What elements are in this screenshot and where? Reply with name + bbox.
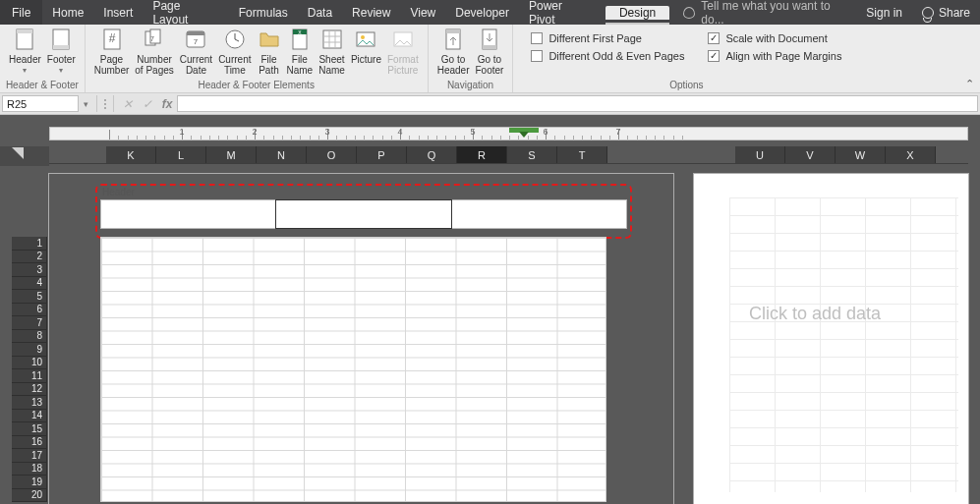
row-header[interactable]: 8 <box>12 330 47 344</box>
tab-pagelayout[interactable]: Page Layout <box>143 0 228 25</box>
column-header[interactable]: V <box>785 146 836 163</box>
row-header[interactable]: 16 <box>12 436 47 450</box>
enter-formula-button[interactable]: ✓ <box>138 93 157 114</box>
file-path-button[interactable]: File Path <box>255 28 284 76</box>
column-header[interactable]: O <box>307 146 357 163</box>
tab-view[interactable]: View <box>400 0 445 25</box>
ribbon: Header ▾ Footer ▾ Header & Footer # Page… <box>0 25 980 93</box>
horizontal-ruler[interactable]: 1234567 <box>49 127 968 140</box>
row-header[interactable]: 7 <box>12 316 47 330</box>
svg-rect-3 <box>53 45 69 49</box>
right-pane: Click to add data <box>694 174 968 504</box>
formula-bar[interactable] <box>177 95 978 112</box>
svg-rect-18 <box>323 30 341 48</box>
row-header[interactable]: 6 <box>12 304 47 317</box>
goto-header-button[interactable]: Go to Header <box>434 28 473 76</box>
column-header[interactable]: U <box>735 146 785 163</box>
tellme-search[interactable]: Tell me what you want to do... <box>683 0 856 25</box>
file-name-button[interactable]: X File Name <box>284 28 317 76</box>
column-header[interactable]: S <box>507 146 557 163</box>
row-header[interactable]: 1 <box>12 237 47 251</box>
cancel-formula-button[interactable]: ✕ <box>118 93 138 114</box>
column-header[interactable]: L <box>156 146 206 163</box>
number-of-pages-button[interactable]: 7 Number of Pages <box>132 28 176 76</box>
header-button[interactable]: Header ▾ <box>6 28 44 76</box>
tab-formulas[interactable]: Formulas <box>229 0 298 25</box>
opt-align-page-margins[interactable]: ✓ Align with Page Margins <box>708 50 841 62</box>
file-tab[interactable]: File <box>0 0 42 25</box>
header-label: Header <box>9 54 41 65</box>
grid-icon <box>320 28 344 51</box>
row-header[interactable]: 11 <box>12 369 47 383</box>
row-header[interactable]: 19 <box>12 476 47 489</box>
share-label: Share <box>939 6 970 20</box>
opt-different-first-page[interactable]: Different First Page <box>531 32 684 44</box>
format-picture-icon <box>391 28 415 51</box>
row-header[interactable]: 20 <box>12 489 47 503</box>
row-header[interactable]: 10 <box>12 357 47 370</box>
picture-button[interactable]: Picture <box>348 28 384 65</box>
checkbox-icon <box>531 50 543 62</box>
worksheet-stage: 1234567 KLMNOPQRSTUVWX Header Click to a… <box>0 115 980 504</box>
goto-footer-button[interactable]: Go to Footer <box>472 28 506 76</box>
tab-developer[interactable]: Developer <box>445 0 519 25</box>
header-right-section[interactable] <box>451 199 627 229</box>
tab-design[interactable]: Design <box>605 6 669 20</box>
row-header[interactable]: 15 <box>12 422 47 436</box>
right-pane-placeholder[interactable]: Click to add data <box>749 304 881 324</box>
sheet-name-button[interactable]: Sheet Name <box>316 28 348 76</box>
tab-data[interactable]: Data <box>298 0 342 25</box>
column-header[interactable]: R <box>457 146 507 163</box>
header-center-section[interactable] <box>275 199 451 229</box>
opt-different-odd-even[interactable]: Different Odd & Even Pages <box>531 50 684 62</box>
collapse-ribbon-button[interactable]: ⌃ <box>965 78 974 90</box>
insert-function-button[interactable]: fx <box>157 93 177 114</box>
row-header[interactable]: 13 <box>12 396 47 410</box>
column-header[interactable]: T <box>557 146 607 163</box>
row-header[interactable]: 5 <box>12 290 47 304</box>
page-number-button[interactable]: # Page Number <box>91 28 133 76</box>
column-header[interactable]: X <box>886 146 936 163</box>
column-header[interactable]: M <box>206 146 257 163</box>
grip-icon[interactable] <box>101 93 109 114</box>
format-picture-button[interactable]: Format Picture <box>384 28 422 76</box>
header-page-icon <box>13 28 36 51</box>
chevron-down-icon: ▾ <box>59 65 63 76</box>
tab-home[interactable]: Home <box>42 0 93 25</box>
select-all-corner[interactable] <box>0 146 49 166</box>
row-header[interactable]: 18 <box>12 463 47 476</box>
ribbon-group-headerfooter: Header ▾ Footer ▾ Header & Footer <box>0 25 86 92</box>
current-time-button[interactable]: Current Time <box>215 28 254 76</box>
current-date-button[interactable]: 7 Current Date <box>177 28 215 76</box>
row-header[interactable]: 14 <box>12 410 47 423</box>
row-header[interactable]: 2 <box>12 251 47 264</box>
svg-rect-1 <box>17 29 32 33</box>
row-header[interactable]: 9 <box>12 343 47 357</box>
checkbox-checked-icon: ✓ <box>708 32 720 44</box>
tab-insert[interactable]: Insert <box>93 0 143 25</box>
row-header[interactable]: 17 <box>12 449 47 463</box>
column-header[interactable]: P <box>357 146 407 163</box>
row-header[interactable]: 4 <box>12 277 47 291</box>
svg-rect-27 <box>446 29 460 33</box>
footer-page-icon <box>49 28 73 51</box>
row-header[interactable]: 12 <box>12 383 47 397</box>
tab-powerpivot[interactable]: Power Pivot <box>519 0 602 25</box>
header-left-section[interactable] <box>100 199 276 229</box>
name-box[interactable]: R25 <box>2 95 79 112</box>
footer-button[interactable]: Footer ▾ <box>44 28 79 76</box>
tab-review[interactable]: Review <box>342 0 400 25</box>
row-header[interactable]: 3 <box>12 263 47 277</box>
cell-grid[interactable] <box>100 237 606 502</box>
name-box-dropdown[interactable]: ▾ <box>79 93 92 114</box>
column-header[interactable]: W <box>836 146 886 163</box>
checkbox-icon <box>531 32 543 44</box>
share-button[interactable]: Share <box>912 0 980 25</box>
signin-link[interactable]: Sign in <box>856 0 912 25</box>
column-header[interactable]: K <box>106 146 156 163</box>
column-header[interactable]: Q <box>407 146 457 163</box>
group-label-headerfooter: Header & Footer <box>0 79 85 92</box>
clock-icon <box>223 28 247 51</box>
column-header[interactable]: N <box>257 146 307 163</box>
opt-scale-with-document[interactable]: ✓ Scale with Document <box>708 32 841 44</box>
